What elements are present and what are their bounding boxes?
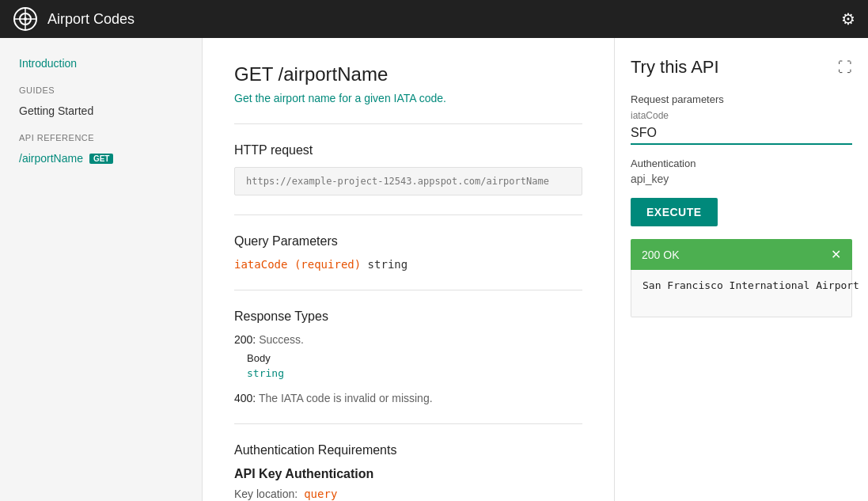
response-body: San Francisco International Airport — [631, 270, 852, 317]
sidebar-item-getting-started[interactable]: Getting Started — [0, 98, 202, 123]
try-panel-title: Try this API — [631, 57, 719, 78]
http-request-section-title: HTTP request — [234, 143, 582, 158]
auth-key-location-label: Key location: — [234, 488, 298, 500]
settings-icon[interactable]: ⚙ — [841, 9, 855, 28]
param-name: iataCode — [234, 258, 287, 271]
auth-section-title: Authentication Requirements — [234, 443, 582, 457]
try-panel: Try this API ⛶ Request parameters iataCo… — [615, 38, 868, 501]
app-title: Airport Codes — [47, 11, 135, 28]
response-400-desc: The IATA code is invalid or missing. — [259, 392, 433, 404]
response-200-desc: Success. — [259, 333, 304, 346]
divider-2 — [234, 214, 582, 215]
http-url: https://example-project-12543.appspot.co… — [234, 167, 582, 195]
sidebar-section-guides: GUIDES — [0, 76, 202, 98]
param-required: (required) — [294, 258, 361, 271]
close-response-icon[interactable]: ✕ — [831, 247, 841, 262]
response-status-bar: 200 OK ✕ — [631, 239, 852, 270]
auth-subsection-title: API Key Authentication — [234, 467, 582, 481]
execute-button[interactable]: EXECUTE — [631, 198, 718, 226]
sidebar-airport-name-label: /airportName — [19, 152, 83, 165]
sidebar-item-airport-name[interactable]: /airportName GET — [0, 146, 202, 171]
iata-field-label: iataCode — [631, 110, 852, 121]
query-params-section-title: Query Parameters — [234, 234, 582, 249]
response-status-text: 200 OK — [642, 249, 679, 261]
request-params-label: Request parameters — [631, 93, 852, 105]
main-content: GET /airportName Get the airport name fo… — [203, 38, 615, 501]
response-200-row: 200: Success. — [234, 333, 582, 346]
sidebar-section-api-reference: API REFERENCE — [0, 123, 202, 146]
response-200-code: 200: — [234, 333, 256, 346]
body-type: string — [247, 367, 582, 379]
page-title: GET /airportName — [234, 63, 582, 85]
auth-key-location-value: query — [304, 488, 337, 500]
response-types-section-title: Response Types — [234, 309, 582, 324]
top-nav: Airport Codes ⚙ — [0, 0, 868, 38]
response-400-row: 400: The IATA code is invalid or missing… — [234, 392, 582, 404]
iata-code-input[interactable] — [631, 123, 852, 145]
auth-label: Authentication — [631, 158, 852, 169]
body-section: Body string — [247, 352, 582, 379]
divider-1 — [234, 123, 582, 124]
get-badge: GET — [89, 154, 114, 164]
param-type: string — [368, 258, 408, 271]
divider-4 — [234, 423, 582, 424]
try-panel-header: Try this API ⛶ — [631, 57, 852, 78]
auth-value: api_key — [631, 173, 852, 185]
nav-left: Airport Codes — [13, 6, 135, 32]
response-400-code: 400: — [234, 392, 256, 404]
divider-3 — [234, 290, 582, 290]
app-logo-icon — [13, 6, 38, 32]
expand-icon[interactable]: ⛶ — [838, 59, 852, 76]
main-layout: Introduction GUIDES Getting Started API … — [0, 38, 868, 501]
auth-key-location-row: Key location: query — [234, 488, 582, 500]
page-subtitle: Get the airport name for a given IATA co… — [234, 92, 582, 104]
sidebar-item-introduction[interactable]: Introduction — [0, 51, 202, 76]
query-param-row: iataCode (required) string — [234, 258, 582, 271]
body-label: Body — [247, 352, 582, 364]
sidebar: Introduction GUIDES Getting Started API … — [0, 38, 203, 501]
